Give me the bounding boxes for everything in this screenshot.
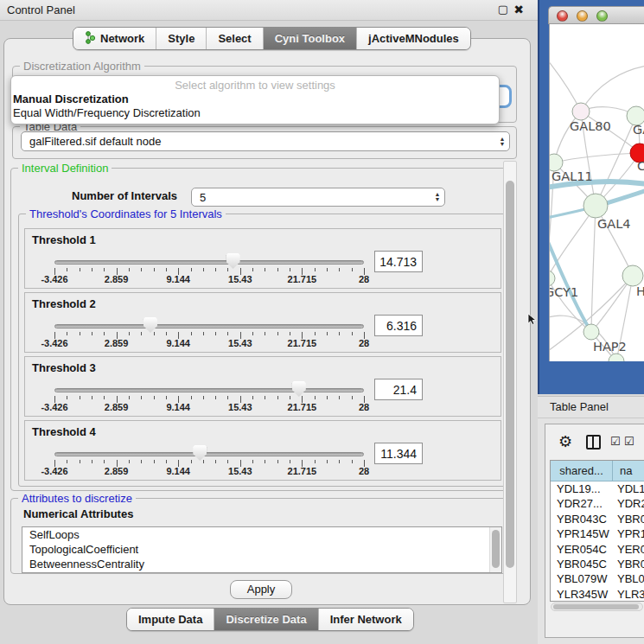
- tick-mark: [80, 396, 80, 399]
- tick-mark: [227, 332, 228, 335]
- threshold-value-field[interactable]: 21.4: [374, 379, 423, 400]
- network-node-H[interactable]: [622, 265, 643, 286]
- close-icon[interactable]: ✖: [512, 3, 526, 16]
- tick-mark: [277, 268, 278, 271]
- tab-style[interactable]: Style: [156, 28, 207, 49]
- attributes-scrollbar-thumb[interactable]: [492, 530, 500, 568]
- network-node-HAP2[interactable]: [583, 324, 599, 340]
- table-data-combobox[interactable]: galFiltered.sif default node ▲▼: [21, 131, 510, 151]
- tick-mark: [277, 396, 278, 399]
- tick-mark: [154, 268, 155, 271]
- zoom-traffic-light[interactable]: [596, 10, 608, 22]
- tick-mark: [352, 396, 353, 399]
- network-edge[interactable]: [550, 316, 616, 361]
- column-split-icon[interactable]: [586, 435, 601, 450]
- network-canvas[interactable]: GAL80GACGAL11GAL4HGCY1HAP2: [549, 24, 644, 361]
- scale-label: -3.426: [41, 402, 67, 412]
- network-node-GAL4[interactable]: [583, 194, 608, 218]
- table-row[interactable]: YLR345WYLR3: [551, 587, 644, 602]
- table-row[interactable]: YDR27...YDR2: [551, 496, 644, 511]
- slider-thumb[interactable]: [143, 317, 157, 333]
- attributes-scrollbar[interactable]: [489, 527, 501, 573]
- slider-track[interactable]: [54, 388, 364, 392]
- tab-select[interactable]: Select: [207, 28, 263, 49]
- threshold-label: Threshold 2: [32, 297, 96, 310]
- network-node-GCY1[interactable]: [550, 271, 555, 286]
- network-node-GAL80[interactable]: [572, 103, 590, 120]
- numerical-attributes-list[interactable]: SelfLoopsTopologicalCoefficientBetweenne…: [22, 526, 502, 573]
- screen: Control Panel ▢ ✖ NetworkStyleSelectCyni…: [0, 0, 644, 644]
- tick-mark: [215, 396, 216, 399]
- table-horizontal-scrollbar[interactable]: [551, 603, 643, 611]
- tick-mark: [215, 332, 216, 335]
- threshold-label: Threshold 1: [32, 233, 96, 246]
- attribute-list-item[interactable]: TopologicalCoefficient: [22, 542, 501, 557]
- dropdown-option-equal-width[interactable]: Equal Width/Frequency Discretization: [11, 106, 499, 120]
- slider-thumb[interactable]: [226, 253, 240, 269]
- checkbox-icon[interactable]: ☑: [624, 435, 634, 448]
- checkbox-icon[interactable]: ☑: [610, 435, 621, 448]
- cell-shared-name: YLR345W: [551, 587, 613, 602]
- tick-mark: [203, 268, 204, 271]
- network-node-GAL11[interactable]: [550, 154, 563, 171]
- apply-button[interactable]: Apply: [230, 580, 292, 599]
- cell-name: YBR0: [613, 557, 644, 571]
- threshold-value-field[interactable]: 14.713: [374, 251, 423, 272]
- tab-discretize-data[interactable]: Discretize Data: [214, 609, 318, 630]
- slider-scale-labels: -3.4262.8599.14415.4321.71528: [54, 402, 364, 412]
- table-scrollbar-thumb[interactable]: [553, 604, 639, 609]
- network-edge[interactable]: [554, 153, 640, 163]
- node-table[interactable]: shared... na YDL19...YDL1YDR27...YDR2YBR…: [550, 460, 644, 602]
- panel-scrollbar-thumb[interactable]: [506, 181, 514, 568]
- table-row[interactable]: YDL19...YDL1: [551, 481, 644, 496]
- dropdown-option-manual[interactable]: Manual Discretization: [11, 92, 499, 106]
- network-edge[interactable]: [581, 66, 644, 112]
- tab-label: Impute Data: [138, 613, 202, 626]
- tab-label: jActiveMNodules: [368, 32, 459, 45]
- minimize-traffic-light[interactable]: [577, 10, 588, 22]
- gear-icon[interactable]: ⚙: [558, 432, 572, 451]
- network-edge[interactable]: [550, 57, 581, 112]
- slider-track[interactable]: [54, 260, 364, 265]
- close-traffic-light[interactable]: [557, 10, 568, 22]
- tick-mark: [327, 396, 328, 399]
- tab-network[interactable]: Network: [73, 28, 156, 49]
- attribute-list-item[interactable]: BetweennessCentrality: [22, 557, 501, 571]
- table-row[interactable]: YBR045CYBR0: [551, 557, 644, 571]
- slider-track[interactable]: [54, 452, 364, 456]
- table-row[interactable]: YBR043CYBR0: [551, 512, 644, 526]
- spinner-arrows-icon[interactable]: ▲▼: [495, 137, 509, 147]
- tick-mark: [339, 396, 340, 399]
- tick-mark: [166, 268, 167, 271]
- tab-jactivemnodules[interactable]: jActiveMNodules: [357, 28, 470, 49]
- scale-label: 2.859: [105, 466, 129, 476]
- cell-shared-name: YBL079W: [551, 571, 613, 586]
- tick-mark: [80, 332, 80, 335]
- threshold-4-box: Threshold 4-3.4262.8599.14415.4321.71528…: [24, 420, 501, 481]
- tick-mark: [252, 268, 253, 271]
- table-row[interactable]: YPR145WYPR1: [551, 526, 644, 541]
- threshold-value-field[interactable]: 6.316: [374, 315, 423, 336]
- attribute-list-item[interactable]: SelfLoops: [22, 527, 501, 542]
- scale-label: 15.43: [228, 274, 252, 284]
- tab-infer-network[interactable]: Infer Network: [319, 609, 413, 630]
- slider-thumb[interactable]: [292, 381, 306, 397]
- spinner-arrows-icon[interactable]: ▲▼: [430, 192, 444, 202]
- float-window-icon[interactable]: ▢: [496, 3, 510, 16]
- slider-thumb[interactable]: [193, 445, 207, 461]
- tick-mark: [80, 268, 80, 271]
- number-of-intervals-combobox[interactable]: 5 ▲▼: [191, 188, 445, 207]
- tick-mark: [129, 396, 130, 399]
- column-header-name[interactable]: na: [613, 461, 644, 481]
- column-header-shared-name[interactable]: shared...: [551, 461, 613, 481]
- table-row[interactable]: YER054CYER0: [551, 542, 644, 557]
- tick-mark: [104, 460, 105, 463]
- panel-scrollbar[interactable]: [503, 161, 517, 603]
- slider-track[interactable]: [54, 324, 364, 328]
- tab-impute-data[interactable]: Impute Data: [127, 609, 214, 630]
- table-row[interactable]: YBL079WYBL0: [551, 571, 644, 586]
- node-label-HAP2: HAP2: [593, 340, 627, 354]
- threshold-value-field[interactable]: 11.344: [374, 443, 423, 464]
- tick-mark: [154, 460, 155, 463]
- tab-cyni-toolbox[interactable]: Cyni Toolbox: [264, 28, 357, 49]
